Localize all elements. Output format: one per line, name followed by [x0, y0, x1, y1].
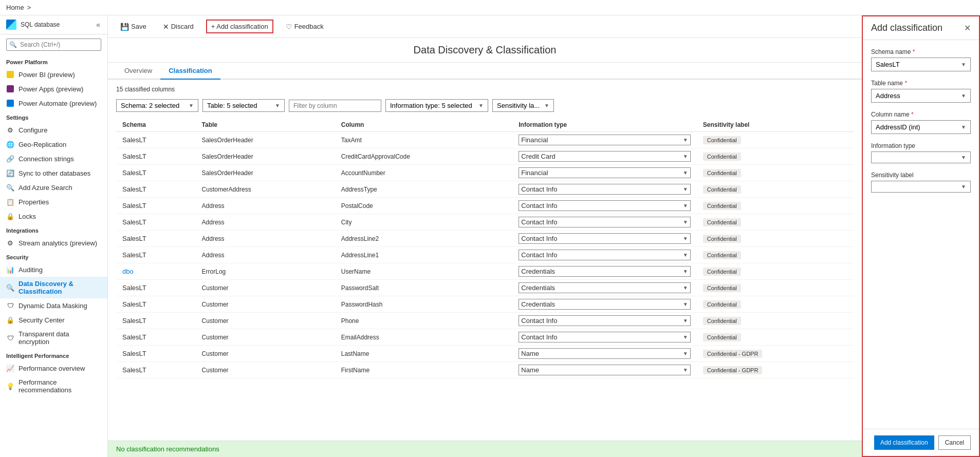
- cell-info-type[interactable]: Contact Info ▼: [512, 247, 696, 263]
- schema-name-select[interactable]: SalesLT ▼: [871, 58, 971, 71]
- info-type-cell-chevron: ▼: [683, 154, 688, 159]
- sidebar-collapse-button[interactable]: «: [95, 20, 101, 30]
- table-filter[interactable]: Table: 5 selected ▼: [202, 99, 285, 112]
- info-type-field: Information type ▼: [871, 142, 971, 163]
- sidebar-item-power-bi[interactable]: Power BI (preview): [0, 67, 107, 82]
- table-row: SalesLT Address PostalCode Contact Info …: [116, 198, 854, 214]
- cell-sensitivity: Confidential: [697, 132, 854, 148]
- cell-table: Customer: [196, 362, 335, 378]
- sidebar-item-dynamic-data-masking[interactable]: 🛡 Dynamic Data Masking: [0, 298, 107, 313]
- sensitivity-label-select[interactable]: ▼: [871, 181, 971, 193]
- table-filter-label: Table: 5 selected: [207, 102, 257, 109]
- info-type-cell-chevron: ▼: [683, 236, 688, 241]
- cell-info-type[interactable]: Contact Info ▼: [512, 214, 696, 231]
- sidebar-item-power-apps[interactable]: Power Apps (preview): [0, 82, 107, 96]
- cell-sensitivity: Confidential - GDPR: [697, 362, 854, 378]
- sidebar-item-geo-replication[interactable]: 🌐 Geo-Replication: [0, 137, 107, 151]
- search-input[interactable]: [6, 39, 101, 51]
- cell-info-type[interactable]: Contact Info ▼: [512, 181, 696, 198]
- sidebar-item-power-automate[interactable]: Power Automate (preview): [0, 96, 107, 110]
- cell-info-type[interactable]: Credentials ▼: [512, 280, 696, 296]
- sidebar-item-performance-overview[interactable]: 📈 Performance overview: [0, 361, 107, 375]
- info-type-cell-chevron: ▼: [683, 334, 688, 340]
- col-header-info-type: Information type: [512, 118, 696, 132]
- cell-sensitivity: Confidential: [697, 247, 854, 263]
- column-filter-input[interactable]: [293, 102, 377, 109]
- cell-schema: SalesLT: [116, 247, 196, 263]
- sidebar-item-add-azure-search[interactable]: 🔍 Add Azure Search: [0, 180, 107, 195]
- column-filter[interactable]: [289, 100, 381, 112]
- cell-column: Phone: [335, 313, 513, 329]
- info-type-cell-value: Credit Card: [521, 153, 555, 160]
- info-type-cell-value: Name: [521, 366, 539, 374]
- bottom-bar-message: No classification recommendations: [116, 445, 219, 453]
- panel-footer: Add classification Cancel: [863, 429, 979, 456]
- cell-schema: SalesLT: [116, 148, 196, 165]
- column-name-label: Column name: [871, 111, 971, 118]
- sidebar-item-transparent-data[interactable]: 🛡 Transparent data encryption: [0, 327, 107, 349]
- cell-column: AddressLine1: [335, 247, 513, 263]
- cell-table: Customer: [196, 280, 335, 296]
- cell-info-type[interactable]: Credentials ▼: [512, 263, 696, 280]
- cell-sensitivity: Confidential: [697, 313, 854, 329]
- column-name-chevron: ▼: [961, 124, 966, 130]
- sidebar-item-label: Properties: [19, 198, 49, 206]
- panel-cancel-button[interactable]: Cancel: [938, 435, 971, 450]
- info-type-cell-chevron: ▼: [683, 203, 688, 208]
- sidebar-item-auditing[interactable]: 📊 Auditing: [0, 262, 107, 277]
- performance-recommendations-icon: 💡: [6, 382, 14, 390]
- info-type-select[interactable]: ▼: [871, 151, 971, 163]
- sidebar-item-locks[interactable]: 🔒 Locks: [0, 209, 107, 223]
- cell-schema: SalesLT: [116, 231, 196, 247]
- sidebar-item-data-discovery[interactable]: 🔍 Data Discovery & Classification: [0, 277, 107, 298]
- cell-info-type[interactable]: Name ▼: [512, 362, 696, 378]
- cell-sensitivity: Confidential: [697, 198, 854, 214]
- tab-overview[interactable]: Overview: [116, 63, 160, 80]
- top-bar: Home >: [0, 0, 980, 15]
- cell-column: PostalCode: [335, 198, 513, 214]
- info-type-cell-value: Name: [521, 350, 539, 357]
- cell-info-type[interactable]: Contact Info ▼: [512, 329, 696, 346]
- sidebar-item-configure[interactable]: ⚙ Configure: [0, 123, 107, 137]
- column-name-select[interactable]: AddressID (int) ▼: [871, 120, 971, 134]
- breadcrumb-home[interactable]: Home: [6, 4, 24, 11]
- cell-schema: SalesLT: [116, 362, 196, 378]
- save-button[interactable]: 💾 Save: [116, 21, 151, 33]
- info-type-filter[interactable]: Information type: 5 selected ▼: [385, 99, 488, 112]
- cell-column: AddressLine2: [335, 231, 513, 247]
- sidebar-item-connection-strings[interactable]: 🔗 Connection strings: [0, 151, 107, 166]
- sidebar-section-settings: Settings: [0, 110, 107, 123]
- panel-close-button[interactable]: ✕: [964, 23, 971, 33]
- schema-filter[interactable]: Schema: 2 selected ▼: [116, 99, 198, 112]
- table-name-select[interactable]: Address ▼: [871, 89, 971, 103]
- sensitivity-filter-chevron: ▼: [544, 103, 549, 108]
- cell-info-type[interactable]: Contact Info ▼: [512, 231, 696, 247]
- discard-button[interactable]: ✕ Discard: [159, 21, 198, 33]
- tab-classification[interactable]: Classification: [160, 63, 220, 80]
- tab-overview-label: Overview: [124, 67, 152, 74]
- cell-info-type[interactable]: Credit Card ▼: [512, 148, 696, 165]
- sensitivity-filter[interactable]: Sensitivity la... ▼: [492, 99, 554, 112]
- panel-add-classification-button[interactable]: Add classification: [874, 435, 934, 450]
- cell-info-type[interactable]: Name ▼: [512, 346, 696, 362]
- cell-info-type[interactable]: Contact Info ▼: [512, 198, 696, 214]
- sidebar-item-sync-to-other[interactable]: 🔄 Sync to other databases: [0, 166, 107, 180]
- cell-info-type[interactable]: Financial ▼: [512, 165, 696, 181]
- cell-schema: SalesLT: [116, 280, 196, 296]
- cell-schema: SalesLT: [116, 329, 196, 346]
- filters: Schema: 2 selected ▼ Table: 5 selected ▼…: [116, 99, 854, 112]
- sidebar-item-security-center[interactable]: 🔒 Security Center: [0, 313, 107, 327]
- cell-info-type[interactable]: Financial ▼: [512, 132, 696, 148]
- sidebar-item-performance-recommendations[interactable]: 💡 Performance recommendations: [0, 375, 107, 397]
- panel-body: Schema name SalesLT ▼ Table name Address…: [863, 40, 979, 429]
- table-row: SalesLT Customer PasswordSalt Credential…: [116, 280, 854, 296]
- add-classification-button[interactable]: + Add classification: [206, 20, 273, 33]
- cell-info-type[interactable]: Credentials ▼: [512, 296, 696, 313]
- feedback-button[interactable]: ♡ Feedback: [282, 21, 328, 33]
- cell-info-type[interactable]: Contact Info ▼: [512, 313, 696, 329]
- cell-table: CustomerAddress: [196, 181, 335, 198]
- sidebar-item-stream-analytics[interactable]: ⚙ Stream analytics (preview): [0, 236, 107, 250]
- sidebar-item-properties[interactable]: 📋 Properties: [0, 195, 107, 209]
- cell-column: LastName: [335, 346, 513, 362]
- locks-icon: 🔒: [6, 212, 14, 220]
